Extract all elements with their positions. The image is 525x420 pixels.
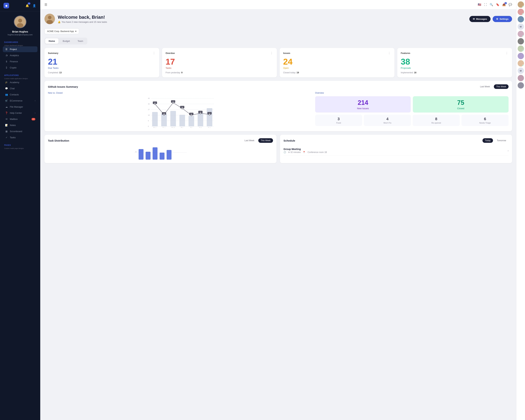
- stat-menu-issues[interactable]: ⋮: [388, 51, 391, 55]
- sidebar-item-chat[interactable]: 💬 Chat: [3, 85, 38, 91]
- user-icon-button[interactable]: 👤: [32, 3, 37, 8]
- tab-team[interactable]: Team: [74, 38, 87, 44]
- clock-icon: 🕐: [283, 151, 286, 153]
- chart-container: 0 9 18 27 36 45: [48, 96, 312, 128]
- sidebar-item-mailbox[interactable]: ✉ Mailbox 27: [3, 116, 38, 122]
- svg-point-43: [191, 114, 192, 116]
- mini-card-triage: 6 Needs Triage: [461, 115, 508, 126]
- schedule-toggle: Today Tomorrow: [482, 138, 508, 143]
- task-this-week-button[interactable]: This Week: [258, 138, 273, 143]
- sidebar-item-finance[interactable]: $ Finance: [3, 59, 38, 64]
- sidebar-item-label: Analytics: [10, 54, 19, 57]
- notes-icon: 📝: [5, 124, 8, 127]
- github-section-header: Github Issues Summary Last Week This Wee…: [48, 84, 508, 89]
- chat-icon: 💬: [5, 87, 8, 90]
- chevron-right-icon[interactable]: ›: [508, 149, 508, 152]
- sidebar-item-helpcenter[interactable]: ❓ Help Center ›: [3, 110, 38, 116]
- sidebar-item-label: Project: [10, 48, 17, 51]
- svg-text:18: 18: [148, 114, 150, 116]
- task-last-week-button[interactable]: Last Week: [242, 138, 257, 143]
- right-panel: M M: [516, 0, 525, 420]
- search-icon[interactable]: 🔍: [490, 3, 493, 6]
- flag-icon[interactable]: 🇺🇸: [478, 3, 481, 6]
- stat-menu-summary[interactable]: ⋮: [153, 51, 156, 55]
- right-avatar-7[interactable]: [518, 60, 524, 66]
- sidebar-item-scrumboard[interactable]: ▦ Scrumboard: [3, 129, 38, 134]
- task-dist-title: Task Distribution: [48, 139, 69, 142]
- right-avatar-0[interactable]: [518, 1, 524, 8]
- bell-icon: 🔔: [58, 21, 61, 23]
- stat-title-features: Features: [401, 52, 410, 55]
- right-avatar-5[interactable]: [518, 46, 524, 52]
- notifications-badge: 3: [28, 2, 30, 5]
- sidebar-item-ecommerce[interactable]: 🛒 ECommerce ›: [3, 98, 38, 104]
- svg-rect-57: [153, 147, 158, 160]
- applications-label: APPLICATIONS: [3, 74, 38, 76]
- sidebar-header: ◆ 🔔 3 👤: [0, 0, 40, 11]
- right-avatar-1[interactable]: [518, 9, 524, 15]
- stats-row: Summary ⋮ 21 Due Tasks Completed: 13 Ove…: [45, 48, 512, 77]
- sidebar-item-crypto[interactable]: ₿ Crypto: [3, 65, 38, 71]
- chevron-down-icon: ▾: [75, 30, 76, 33]
- contacts-icon: 👥: [5, 93, 8, 96]
- wontfix-number: 4: [366, 117, 409, 121]
- filemanager-icon: ☁: [5, 105, 8, 108]
- fixed-number: 3: [317, 117, 360, 121]
- sidebar-item-label: Mailbox: [10, 118, 18, 120]
- inbox-icon[interactable]: 📥 5: [502, 3, 506, 6]
- user-profile: Brian Hughes hughes.brian@company.com: [0, 11, 40, 38]
- fullscreen-icon[interactable]: ⛶: [484, 3, 487, 6]
- sidebar-item-filemanager[interactable]: ☁ File Manager: [3, 104, 38, 110]
- sidebar-item-notes[interactable]: 📝 Notes: [3, 122, 38, 128]
- svg-point-2: [17, 23, 23, 28]
- right-avatar-placeholder-m2[interactable]: M: [518, 67, 524, 74]
- notifications-button[interactable]: 🔔 3: [25, 3, 30, 8]
- academy-icon: 🎓: [5, 81, 8, 84]
- triage-number: 6: [464, 117, 506, 121]
- right-avatar-2[interactable]: [518, 16, 524, 22]
- sidebar-item-contacts[interactable]: 👥 Contacts: [3, 92, 38, 97]
- svg-text:9: 9: [148, 120, 149, 122]
- settings-button[interactable]: ⚙ Settings: [493, 16, 512, 22]
- tomorrow-button[interactable]: Tomorrow: [494, 138, 508, 143]
- schedule-item-title: Group Meeting: [283, 148, 327, 150]
- bookmark-icon[interactable]: 🔖: [496, 3, 499, 6]
- last-week-button[interactable]: Last Week: [478, 84, 492, 89]
- svg-point-4: [48, 16, 51, 19]
- svg-rect-55: [139, 149, 143, 160]
- chat-topbar-icon[interactable]: 💬: [508, 3, 512, 6]
- sidebar-item-analytics[interactable]: ◔ Analytics: [3, 53, 38, 58]
- right-avatar-3[interactable]: [518, 31, 524, 37]
- tab-budget[interactable]: Budget: [59, 38, 73, 44]
- schedule-header: Schedule Today Tomorrow: [283, 138, 508, 143]
- stat-menu-features[interactable]: ⋮: [506, 51, 508, 55]
- messages-button[interactable]: ✉ Messages: [469, 16, 490, 22]
- app-logo[interactable]: ◆: [3, 3, 9, 8]
- tab-home[interactable]: Home: [45, 38, 58, 44]
- right-avatar-6[interactable]: [518, 53, 524, 59]
- svg-rect-21: [179, 115, 185, 126]
- tasks-icon: ✓: [5, 136, 8, 139]
- svg-rect-18: [152, 112, 158, 126]
- stat-menu-overdue[interactable]: ⋮: [270, 51, 273, 55]
- online-indicator: [522, 50, 524, 52]
- right-avatar-4[interactable]: [518, 38, 524, 45]
- today-button[interactable]: Today: [482, 138, 493, 143]
- wontfix-label: Won't Fix: [366, 122, 409, 124]
- right-avatar-8[interactable]: [518, 75, 524, 81]
- svg-point-1: [18, 19, 22, 23]
- hamburger-button[interactable]: ☰: [45, 3, 47, 7]
- sidebar-item-project[interactable]: ☰ Project: [3, 46, 38, 52]
- right-avatar-placeholder-m[interactable]: M: [518, 23, 524, 30]
- sidebar-item-academy[interactable]: 🎓 Academy: [3, 79, 38, 85]
- applications-sublabel: Custom made application designs: [3, 78, 38, 79]
- this-week-button[interactable]: This Week: [494, 84, 508, 89]
- project-selector[interactable]: ACME Corp. Backend App ▾: [45, 28, 79, 34]
- svg-rect-23: [197, 113, 203, 126]
- right-avatar-9[interactable]: [518, 82, 524, 89]
- online-indicator: [522, 13, 524, 15]
- sidebar-item-tasks[interactable]: ✓ Tasks: [3, 135, 38, 140]
- stat-card-issues: Issues ⋮ 24 Open Closed today: 19: [280, 48, 394, 77]
- stat-label-features: Proposals: [401, 67, 508, 69]
- sidebar-item-label: Help Center: [10, 112, 22, 114]
